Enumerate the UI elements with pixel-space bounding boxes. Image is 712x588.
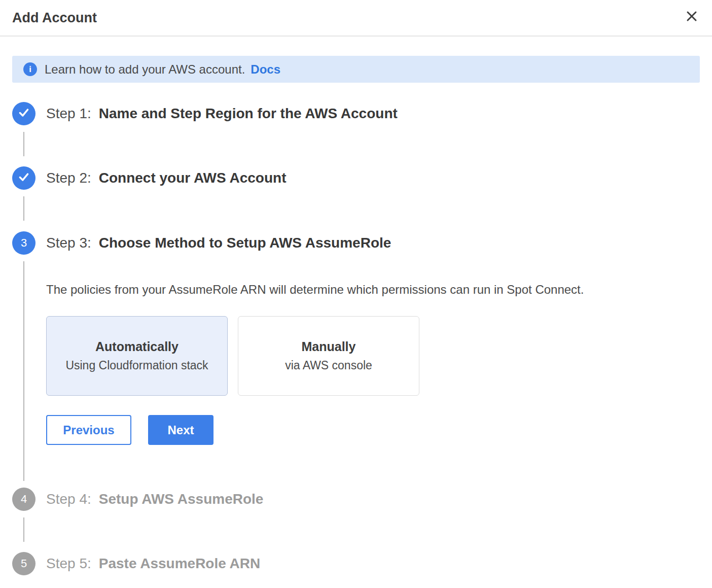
step3-description: The policies from your AssumeRole ARN wi… [46, 283, 584, 297]
step-row-3: 3 Step 3:Choose Method to Setup AWS Assu… [12, 231, 391, 255]
step4-title: Setup AWS AssumeRole [99, 491, 264, 507]
page-title: Add Account [12, 10, 97, 26]
step1-completed-indicator [12, 102, 35, 125]
step4-number: 4 [21, 493, 27, 506]
step2-heading: Step 2:Connect your AWS Account [46, 170, 286, 186]
step3-heading: Step 3:Choose Method to Setup AWS Assume… [46, 235, 391, 251]
connector-2-3 [23, 196, 24, 221]
header-divider [0, 36, 712, 37]
step4-heading: Step 4:Setup AWS AssumeRole [46, 491, 263, 507]
connector-4-5 [23, 517, 24, 542]
step-row-4: 4 Step 4:Setup AWS AssumeRole [12, 487, 263, 511]
step3-number-indicator: 3 [12, 231, 35, 255]
option-title: Automatically [95, 339, 179, 354]
banner-text: Learn how to add your AWS account. [45, 62, 245, 77]
step3-title: Choose Method to Setup AWS AssumeRole [99, 235, 391, 251]
close-button[interactable] [682, 7, 702, 27]
add-account-modal: Add Account i Learn how to add your AWS … [0, 0, 712, 588]
step5-label: Step 5: [46, 556, 91, 571]
check-icon [17, 106, 30, 121]
step1-label: Step 1: [46, 106, 91, 121]
option-subtitle: Using Cloudformation stack [65, 359, 208, 372]
method-options: Automatically Using Cloudformation stack… [46, 316, 419, 396]
step5-title: Paste AssumeRole ARN [99, 556, 260, 571]
previous-button[interactable]: Previous [46, 415, 131, 445]
option-card-manually[interactable]: Manually via AWS console [238, 316, 419, 396]
step1-title: Name and Step Region for the AWS Account [99, 106, 398, 121]
info-icon: i [23, 62, 37, 76]
connector-3-4 [23, 261, 24, 481]
close-icon [685, 10, 698, 24]
step2-title: Connect your AWS Account [99, 170, 287, 186]
wizard-buttons: Previous Next [46, 415, 213, 445]
step-row-5: 5 Step 5:Paste AssumeRole ARN [12, 551, 260, 576]
next-button[interactable]: Next [148, 415, 213, 445]
step5-heading: Step 5:Paste AssumeRole ARN [46, 556, 260, 572]
step-row-1: Step 1:Name and Step Region for the AWS … [12, 101, 398, 126]
step3-number: 3 [21, 236, 27, 250]
step5-number: 5 [21, 557, 27, 570]
step3-label: Step 3: [46, 235, 91, 251]
step4-label: Step 4: [46, 491, 91, 507]
connector-1-2 [23, 132, 24, 156]
step2-completed-indicator [12, 166, 35, 190]
option-title: Manually [302, 339, 356, 354]
step2-label: Step 2: [46, 170, 91, 186]
option-card-automatically[interactable]: Automatically Using Cloudformation stack [46, 316, 228, 396]
modal-header: Add Account [0, 0, 712, 36]
option-subtitle: via AWS console [285, 359, 372, 372]
info-banner: i Learn how to add your AWS account. Doc… [12, 56, 700, 83]
step1-heading: Step 1:Name and Step Region for the AWS … [46, 106, 398, 122]
step-row-2: Step 2:Connect your AWS Account [12, 166, 286, 190]
step4-number-indicator: 4 [12, 488, 35, 511]
docs-link[interactable]: Docs [251, 62, 280, 77]
step5-number-indicator: 5 [12, 552, 35, 575]
check-icon [17, 170, 30, 186]
